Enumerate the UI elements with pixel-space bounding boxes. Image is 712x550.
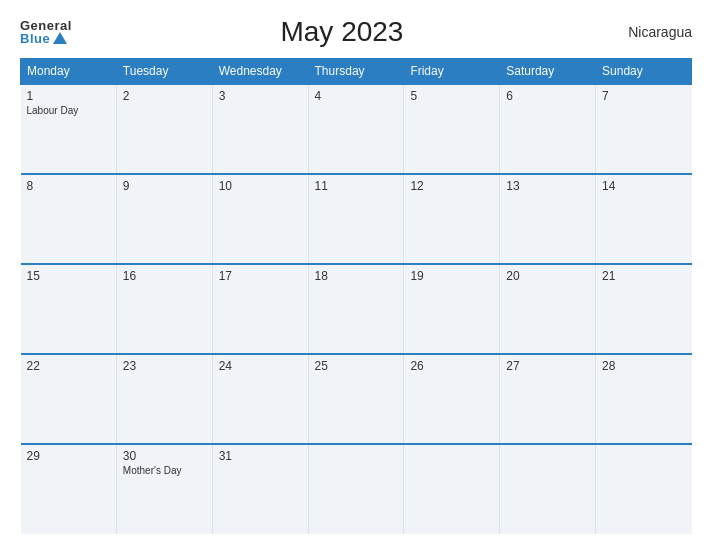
calendar-week-row: 15161718192021 [21,264,692,354]
calendar-cell: 8 [21,174,117,264]
calendar-cell: 6 [500,84,596,174]
calendar-cell: 16 [116,264,212,354]
day-number: 22 [27,359,110,373]
calendar-cell: 19 [404,264,500,354]
calendar-cell: 15 [21,264,117,354]
logo: General Blue [20,19,72,45]
day-number: 17 [219,269,302,283]
calendar-cell: 5 [404,84,500,174]
day-number: 2 [123,89,206,103]
header-saturday: Saturday [500,59,596,85]
calendar-cell [404,444,500,534]
calendar-cell: 27 [500,354,596,444]
logo-triangle-icon [53,32,67,44]
calendar-week-row: 891011121314 [21,174,692,264]
calendar-cell: 31 [212,444,308,534]
calendar-cell: 18 [308,264,404,354]
day-number: 10 [219,179,302,193]
calendar-cell: 12 [404,174,500,264]
calendar-cell: 11 [308,174,404,264]
day-number: 29 [27,449,110,463]
calendar-cell [308,444,404,534]
calendar-cell: 25 [308,354,404,444]
calendar-cell [500,444,596,534]
day-number: 24 [219,359,302,373]
day-number: 30 [123,449,206,463]
country-name: Nicaragua [612,24,692,40]
calendar-cell: 13 [500,174,596,264]
logo-blue-text: Blue [20,32,67,45]
calendar-cell: 30Mother's Day [116,444,212,534]
header-wednesday: Wednesday [212,59,308,85]
calendar-cell: 22 [21,354,117,444]
calendar-cell: 7 [596,84,692,174]
day-number: 15 [27,269,110,283]
day-number: 4 [315,89,398,103]
header-friday: Friday [404,59,500,85]
day-number: 27 [506,359,589,373]
day-number: 8 [27,179,110,193]
day-number: 6 [506,89,589,103]
day-number: 7 [602,89,685,103]
calendar-week-row: 2930Mother's Day31 [21,444,692,534]
day-number: 3 [219,89,302,103]
header-sunday: Sunday [596,59,692,85]
calendar-week-row: 1Labour Day234567 [21,84,692,174]
calendar-cell: 21 [596,264,692,354]
calendar-cell: 24 [212,354,308,444]
calendar-cell: 20 [500,264,596,354]
day-number: 19 [410,269,493,283]
day-number: 20 [506,269,589,283]
day-number: 28 [602,359,685,373]
day-number: 26 [410,359,493,373]
day-number: 13 [506,179,589,193]
day-number: 31 [219,449,302,463]
calendar-cell: 2 [116,84,212,174]
day-event: Mother's Day [123,465,206,476]
calendar-cell: 23 [116,354,212,444]
calendar-cell: 1Labour Day [21,84,117,174]
calendar-title: May 2023 [72,16,612,48]
header-tuesday: Tuesday [116,59,212,85]
day-number: 9 [123,179,206,193]
day-number: 14 [602,179,685,193]
day-number: 18 [315,269,398,283]
calendar-cell: 9 [116,174,212,264]
header-monday: Monday [21,59,117,85]
calendar-cell: 17 [212,264,308,354]
calendar-cell: 3 [212,84,308,174]
day-number: 25 [315,359,398,373]
day-number: 21 [602,269,685,283]
day-number: 16 [123,269,206,283]
day-number: 23 [123,359,206,373]
calendar-cell: 29 [21,444,117,534]
header: General Blue May 2023 Nicaragua [20,16,692,48]
calendar-cell: 26 [404,354,500,444]
header-thursday: Thursday [308,59,404,85]
calendar-cell [596,444,692,534]
calendar-cell: 28 [596,354,692,444]
day-event: Labour Day [27,105,110,116]
calendar-table: Monday Tuesday Wednesday Thursday Friday… [20,58,692,534]
weekday-header-row: Monday Tuesday Wednesday Thursday Friday… [21,59,692,85]
calendar-cell: 14 [596,174,692,264]
calendar-page: General Blue May 2023 Nicaragua Monday T… [0,0,712,550]
day-number: 12 [410,179,493,193]
day-number: 1 [27,89,110,103]
calendar-week-row: 22232425262728 [21,354,692,444]
calendar-cell: 4 [308,84,404,174]
day-number: 5 [410,89,493,103]
calendar-cell: 10 [212,174,308,264]
day-number: 11 [315,179,398,193]
